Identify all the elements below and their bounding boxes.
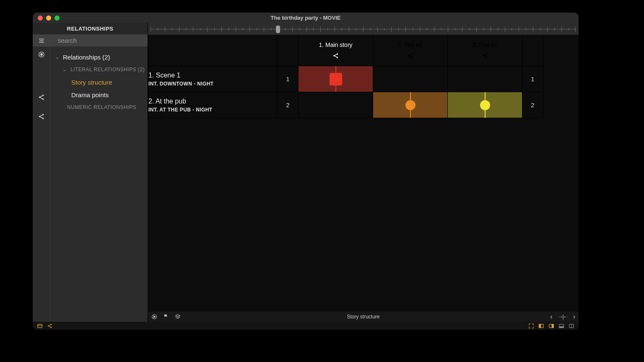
plot-cell-3[interactable]: [448, 66, 522, 92]
svg-line-8: [40, 96, 42, 97]
svg-line-13: [40, 115, 42, 116]
close-icon[interactable]: [38, 16, 43, 21]
titlebar: The birthday party - MOVIE: [33, 13, 579, 23]
scene-slug: INT. DOWNTOWN - NIGHT: [148, 81, 277, 87]
window-controls: [38, 16, 60, 21]
sidebar-rail: [33, 47, 50, 322]
plot-header-3[interactable]: 3. Plot #2: [448, 35, 522, 66]
layout-right-icon[interactable]: [548, 323, 554, 329]
svg-marker-31: [154, 316, 156, 318]
tree-group-literal[interactable]: ⌄ LITERAL RELATIONSHIPS (2): [50, 63, 148, 76]
svg-marker-32: [176, 315, 180, 317]
story-grid: 1. Main story 2. Plot #1: [148, 35, 579, 118]
svg-rect-41: [539, 324, 541, 327]
share-icon[interactable]: [38, 113, 45, 120]
layout-bottom-icon[interactable]: [558, 323, 564, 329]
layout-left-icon[interactable]: [538, 323, 544, 329]
scene-title: 2. At the pub: [148, 98, 277, 105]
scene-slug: INT. AT THE PUB - NIGHT: [148, 107, 277, 113]
flag-icon[interactable]: [163, 314, 169, 320]
scene-number-left: 1: [278, 66, 299, 92]
plot-cell-2[interactable]: [373, 92, 448, 118]
marker-circle[interactable]: [480, 100, 490, 110]
plot-header-1[interactable]: 1. Main story: [299, 35, 373, 66]
share-icon[interactable]: [38, 93, 45, 101]
window-title: The birthday party - MOVIE: [33, 15, 579, 21]
tree-label: Story structure: [71, 79, 112, 86]
chevron-left-icon[interactable]: ‹: [550, 313, 552, 321]
svg-line-19: [335, 56, 337, 57]
search-row: [33, 34, 148, 47]
svg-line-38: [49, 325, 51, 326]
svg-line-23: [409, 54, 411, 56]
plot-cell-1[interactable]: [299, 92, 373, 118]
svg-line-28: [484, 54, 486, 56]
plot-header-label: 1. Main story: [319, 41, 352, 48]
tree-label: LITERAL RELATIONSHIPS (2): [70, 67, 145, 72]
layers-icon[interactable]: [175, 314, 181, 320]
tree-leaf-drama-points[interactable]: Drama points: [50, 88, 148, 101]
share-icon: [332, 52, 339, 59]
main-footer: Story structure ‹ →|← ›: [148, 312, 579, 322]
expand-icon[interactable]: [528, 323, 534, 329]
search-input[interactable]: [50, 37, 148, 44]
fit-width-icon[interactable]: →|←: [558, 314, 567, 320]
plot-header-label: 3. Plot #2: [473, 41, 497, 48]
chevron-down-icon: ⌄: [62, 67, 67, 72]
tree-label: NUMERIC RELATIONSHIPS: [67, 104, 136, 110]
play-icon[interactable]: [151, 314, 157, 320]
share-icon[interactable]: [47, 323, 53, 329]
header-spacer: [543, 35, 579, 66]
scene-number-left: 2: [278, 92, 299, 118]
svg-line-29: [484, 56, 486, 57]
panel-icon[interactable]: [37, 323, 43, 329]
svg-line-9: [40, 98, 42, 99]
timeline-ruler[interactable]: [148, 23, 579, 35]
tree-label: Relationships (2): [63, 54, 110, 61]
header-spacer: [522, 35, 543, 66]
header-spacer: [148, 35, 278, 66]
chevron-down-icon: ⌄: [55, 54, 60, 60]
tree-root-relationships[interactable]: ⌄ Relationships (2): [50, 51, 148, 63]
footer-caption: Story structure: [148, 314, 579, 320]
marker-square[interactable]: [330, 73, 342, 85]
app-bottom-bar: [33, 322, 579, 330]
tree-group-numeric[interactable]: NUMERIC RELATIONSHIPS: [50, 101, 148, 114]
share-icon: [482, 52, 488, 59]
svg-line-39: [49, 326, 51, 327]
tree-leaf-story-structure[interactable]: Story structure: [50, 76, 148, 88]
svg-line-14: [40, 117, 42, 118]
plot-cell-3[interactable]: [448, 92, 522, 118]
tree-label: Drama points: [71, 91, 109, 98]
table-row: 2. At the pub INT. AT THE PUB - NIGHT 2: [148, 92, 579, 118]
app-window: The birthday party - MOVIE RELATIONSHIPS: [33, 13, 579, 330]
menu-icon[interactable]: [33, 37, 50, 44]
svg-point-4: [40, 54, 42, 56]
main-panel: 1. Main story 2. Plot #1: [148, 23, 579, 322]
header-spacer: [278, 35, 299, 66]
share-icon: [407, 52, 414, 59]
svg-line-18: [335, 54, 337, 56]
svg-rect-45: [559, 326, 564, 328]
ruler-thumb[interactable]: [276, 26, 280, 33]
svg-rect-43: [552, 324, 553, 327]
scene-cell[interactable]: 1. Scene 1 INT. DOWNTOWN - NIGHT: [148, 66, 278, 92]
sidebar-header: RELATIONSHIPS: [33, 23, 148, 34]
table-row: 1. Scene 1 INT. DOWNTOWN - NIGHT 1 1: [148, 66, 579, 92]
target-icon[interactable]: [38, 51, 45, 58]
sidebar: RELATIONSHIPS: [33, 23, 148, 322]
plot-cell-2[interactable]: [373, 66, 448, 92]
fullscreen-icon[interactable]: [55, 16, 60, 21]
svg-line-24: [409, 56, 411, 57]
chevron-right-icon[interactable]: ›: [573, 313, 575, 321]
minimize-icon[interactable]: [46, 16, 51, 21]
layout-split-icon[interactable]: [569, 323, 574, 329]
marker-circle[interactable]: [405, 100, 415, 110]
plot-cell-1[interactable]: [299, 66, 373, 92]
scene-title: 1. Scene 1: [148, 72, 277, 79]
sidebar-tree: ⌄ Relationships (2) ⌄ LITERAL RELATIONSH…: [50, 47, 148, 322]
scene-cell[interactable]: 2. At the pub INT. AT THE PUB - NIGHT: [148, 92, 278, 118]
scene-number-right: 1: [522, 66, 543, 92]
plot-header-2[interactable]: 2. Plot #1: [373, 35, 448, 66]
plot-header-label: 2. Plot #1: [398, 41, 423, 48]
